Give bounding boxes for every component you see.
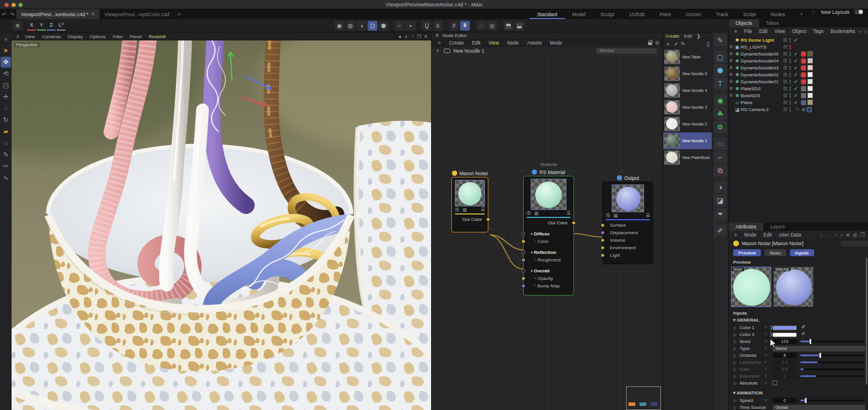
node-editor-menu-create[interactable]: Create xyxy=(445,40,468,46)
snap-enable-icon[interactable]: Ṵ xyxy=(422,21,432,31)
value-field[interactable]: 0 xyxy=(773,398,797,403)
anim-circle-icon[interactable]: ○ xyxy=(764,405,767,409)
anim-circle-icon[interactable]: ○ xyxy=(764,339,767,343)
texture-mode-icon[interactable]: ▪ xyxy=(406,21,415,31)
om-menu-tags[interactable]: Tags xyxy=(810,28,827,34)
dynamics-tag[interactable] xyxy=(801,65,806,71)
node-rs-material[interactable]: Material RS Material Ⓢ▥☰ Out Color ▾Diff… xyxy=(523,162,574,296)
material-item[interactable]: New Noodle 5 xyxy=(663,65,712,82)
object-row-dynamicnoodle04[interactable]: ⊞❋DynamicNoodle04✓ xyxy=(729,57,868,64)
document-tab[interactable]: ViewportPrevi...xonNoise.c4d *✕ xyxy=(16,9,100,19)
checkbox[interactable] xyxy=(773,381,777,385)
ball-icon[interactable]: ● xyxy=(399,34,402,39)
close-icon[interactable]: ✕ xyxy=(424,34,428,39)
attr-menu-edit[interactable]: Edit xyxy=(760,232,775,238)
viewport-menu-filter[interactable]: Filter xyxy=(109,34,127,39)
section-port[interactable] xyxy=(521,232,525,236)
input-port[interactable] xyxy=(521,276,525,280)
viewport-menu-redshift[interactable]: Redshift xyxy=(145,34,169,39)
layer-chip[interactable] xyxy=(784,73,787,76)
attr-menu-mode[interactable]: Mode xyxy=(741,232,760,238)
node-input-roughness[interactable]: └Roughness xyxy=(524,256,573,264)
viewport-menu-display[interactable]: Display xyxy=(64,34,86,39)
pen-tool[interactable]: ✎ xyxy=(1,149,11,160)
cube-primitive-icon[interactable]: ⬢ xyxy=(714,64,727,76)
object-row-platesds[interactable]: ⊞❋PlateSDS✓ xyxy=(729,85,868,92)
close-tab-icon[interactable]: ✕ xyxy=(91,12,95,17)
phong-tag[interactable] xyxy=(801,100,806,105)
attr-menu-user-data[interactable]: User Data xyxy=(775,232,804,238)
camera-label[interactable]: Perspective xyxy=(14,42,40,47)
edges-mode-icon[interactable]: ◍ xyxy=(345,21,355,31)
points-mode-icon[interactable]: ◉ xyxy=(334,21,344,31)
port-diamond-icon[interactable]: ◇ xyxy=(733,333,736,337)
expand-triangle-icon[interactable]: ▾ xyxy=(531,269,533,273)
field-funnel-icon[interactable]: ⏷ xyxy=(714,208,727,220)
anim-circle-icon[interactable]: ○ xyxy=(764,367,767,371)
model-mode-icon[interactable]: ⬡ xyxy=(367,21,377,31)
solo-badge[interactable]: Ⓢ xyxy=(527,210,531,216)
view-button-inputs[interactable]: Inputs xyxy=(790,249,814,256)
grid-snap-icon[interactable]: # xyxy=(449,21,459,31)
coord-system-button[interactable]: L⁰ xyxy=(57,21,65,31)
anim-circle-icon[interactable]: ○ xyxy=(764,398,767,402)
texture-tag[interactable] xyxy=(807,93,813,98)
live-selection-tool[interactable]: ➤ xyxy=(1,45,11,56)
axis-lock-z[interactable]: Z xyxy=(47,21,56,31)
slider[interactable] xyxy=(800,400,865,401)
home-icon[interactable]: ⌂ xyxy=(864,28,867,35)
texture-tag[interactable] xyxy=(807,86,813,91)
dynamics-tag[interactable] xyxy=(801,51,806,57)
viewport-burger-icon[interactable]: ≡ xyxy=(14,34,21,39)
add-material-icon[interactable]: ＋ xyxy=(665,40,671,48)
node-section-reflection[interactable]: ▾Reflection xyxy=(524,249,573,256)
render-check-icon[interactable]: ✓ xyxy=(794,38,801,43)
render-view-icon[interactable]: ⬒ xyxy=(503,21,513,31)
spline-tool[interactable]: ∿ xyxy=(1,172,11,183)
material-item[interactable]: New Plate/Bowl xyxy=(663,149,712,166)
texture-tag[interactable] xyxy=(807,72,813,77)
layer-chip[interactable] xyxy=(784,45,787,49)
layout-tab-sculpt[interactable]: Sculpt xyxy=(593,9,622,19)
rectangle-spline-icon[interactable]: ▢ xyxy=(714,51,727,63)
layout-tab-paint[interactable]: Paint xyxy=(652,9,678,19)
block-icon[interactable]: ⊘ xyxy=(800,107,807,112)
redo-icon[interactable]: ↷ xyxy=(8,9,16,19)
forward-arrow-icon[interactable]: → xyxy=(827,232,832,238)
layout-tab-groom[interactable]: Groom xyxy=(678,9,708,19)
axis-lock-x[interactable]: X xyxy=(27,21,36,31)
maximize-traffic-light[interactable] xyxy=(19,3,23,7)
port-diamond-icon[interactable]: ◇ xyxy=(733,381,736,386)
section-port[interactable] xyxy=(521,269,525,273)
node-editor-menu-node[interactable]: Node xyxy=(503,40,523,46)
up-arrow-icon[interactable]: ↑ xyxy=(835,232,837,238)
close-icon[interactable]: ✕ xyxy=(435,33,439,38)
material-item[interactable]: New Table xyxy=(663,49,712,65)
node-input-color[interactable]: └Color xyxy=(524,238,573,245)
dynamics-tag[interactable] xyxy=(801,79,806,84)
spline-pen-icon[interactable]: ✎ xyxy=(714,34,727,46)
section-general[interactable]: ▾ GENERAL xyxy=(733,317,759,323)
node-maxon-noise[interactable]: Maxon Noise Ⓢ▥☰ Out Color xyxy=(451,169,488,232)
layer-chip[interactable] xyxy=(784,108,787,111)
close-traffic-light[interactable] xyxy=(5,3,9,7)
material-menu-create[interactable]: Create xyxy=(665,34,679,39)
material-item[interactable]: New Noodle 1 xyxy=(663,132,712,149)
node-output[interactable]: Output Ⓢ▥☰ SurfaceDisplacementVolumeEnvi… xyxy=(602,174,653,264)
input-port[interactable] xyxy=(521,258,525,262)
section-port[interactable] xyxy=(521,250,525,254)
layer-chip[interactable] xyxy=(784,94,787,97)
port-diamond-icon[interactable]: ◇ xyxy=(733,398,736,403)
preview-thumb-material[interactable]: Material xyxy=(773,267,814,307)
color-swatch[interactable] xyxy=(773,326,797,330)
workplane-icon[interactable]: ⌐ xyxy=(395,21,404,31)
layout-toggle[interactable] xyxy=(854,9,863,14)
solo-badge[interactable]: Ⓢ xyxy=(455,207,459,213)
node-graph-minimap[interactable] xyxy=(626,386,661,410)
edit-material-icon[interactable]: ✎ xyxy=(681,41,686,47)
object-row-rs-camera-2[interactable]: ◪RS Camera.2⁘⊘ xyxy=(729,106,868,113)
viewport-3d-scene[interactable] xyxy=(12,40,431,410)
quantize-icon[interactable]: ⩩ xyxy=(460,21,470,31)
texture-tag[interactable] xyxy=(807,79,813,84)
enable-dots[interactable] xyxy=(789,80,792,84)
